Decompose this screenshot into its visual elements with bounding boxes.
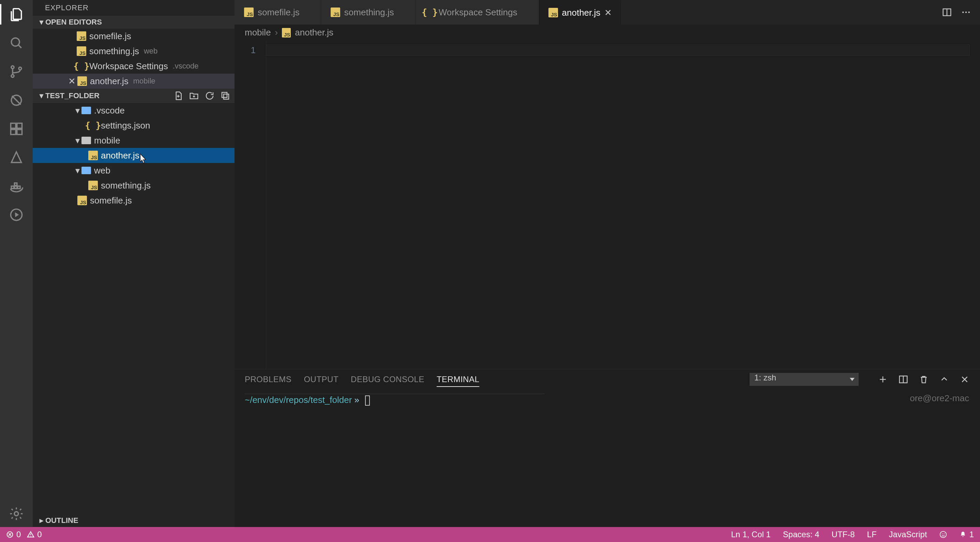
json-icon: { } bbox=[425, 8, 434, 17]
panel-tab-problems[interactable]: PROBLEMS bbox=[245, 375, 291, 384]
svg-rect-11 bbox=[11, 186, 14, 189]
open-editor-item[interactable]: ✕ JS another.js mobile bbox=[33, 74, 234, 89]
svg-point-4 bbox=[19, 67, 21, 70]
js-icon: JS bbox=[88, 151, 98, 160]
svg-point-21 bbox=[962, 11, 964, 13]
svg-line-6 bbox=[12, 96, 21, 105]
chevron-down-icon: ▾ bbox=[40, 91, 43, 100]
status-eol[interactable]: LF bbox=[867, 530, 877, 539]
new-terminal-icon[interactable] bbox=[878, 374, 888, 385]
tree-file[interactable]: JS something.js bbox=[33, 178, 234, 193]
status-notifications[interactable]: 1 bbox=[959, 530, 974, 539]
line-number: 1 bbox=[234, 45, 256, 56]
activity-settings[interactable] bbox=[6, 507, 27, 527]
new-file-icon[interactable] bbox=[173, 91, 183, 101]
activity-search[interactable] bbox=[6, 33, 27, 53]
project-label: TEST_FOLDER bbox=[45, 91, 100, 100]
code-content[interactable] bbox=[266, 41, 980, 369]
svg-rect-7 bbox=[11, 123, 16, 129]
close-icon[interactable]: ✕ bbox=[605, 8, 612, 18]
breadcrumb[interactable]: mobile › JS another.js bbox=[234, 25, 980, 41]
activity-live-share[interactable] bbox=[6, 205, 27, 225]
tree-file[interactable]: JS somefile.js bbox=[33, 193, 234, 208]
editor-tab[interactable]: JS another.js ✕ bbox=[539, 0, 622, 25]
close-icon[interactable]: ✕ bbox=[522, 7, 529, 18]
terminal-selector[interactable]: 1: zsh bbox=[749, 373, 859, 386]
code-editor[interactable]: 1 bbox=[234, 41, 980, 369]
js-icon: JS bbox=[77, 76, 87, 86]
tab-label: somefile.js bbox=[258, 7, 300, 18]
status-warnings[interactable]: 0 bbox=[27, 530, 41, 539]
close-icon[interactable]: ✕ bbox=[398, 7, 406, 18]
activity-explorer[interactable] bbox=[6, 4, 27, 25]
breadcrumb-segment[interactable]: another.js bbox=[295, 27, 333, 38]
chevron-right-icon: › bbox=[275, 27, 278, 38]
tree-file[interactable]: { } settings.json bbox=[33, 118, 234, 133]
svg-point-3 bbox=[11, 75, 14, 77]
close-panel-icon[interactable] bbox=[959, 374, 970, 385]
svg-rect-10 bbox=[17, 130, 22, 135]
close-icon[interactable]: ✕ bbox=[67, 76, 77, 87]
tree-label: mobile bbox=[94, 135, 120, 146]
panel-tab-terminal[interactable]: TERMINAL bbox=[437, 375, 479, 384]
svg-rect-9 bbox=[11, 130, 16, 135]
tree-folder[interactable]: ▾ mobile bbox=[33, 133, 234, 148]
editor-tab[interactable]: JS somefile.js ✕ bbox=[234, 0, 321, 25]
open-editors-list: JS somefile.js JS something.js web { } W… bbox=[33, 29, 234, 89]
terminal-body[interactable]: ~/env/dev/repos/test_folder » ore@ore2-m… bbox=[234, 389, 980, 527]
collapse-all-icon[interactable] bbox=[220, 91, 231, 101]
activity-source-control[interactable] bbox=[6, 61, 27, 82]
open-editors-header[interactable]: ▾ OPEN EDITORS bbox=[33, 16, 234, 29]
activity-extensions[interactable] bbox=[6, 119, 27, 139]
split-terminal-icon[interactable] bbox=[898, 374, 908, 385]
js-icon: JS bbox=[282, 28, 291, 38]
activity-docker[interactable] bbox=[6, 176, 27, 196]
status-encoding[interactable]: UTF-8 bbox=[832, 530, 855, 539]
svg-point-16 bbox=[14, 512, 18, 516]
outline-header[interactable]: ▸ OUTLINE bbox=[33, 514, 234, 527]
split-editor-icon[interactable] bbox=[942, 7, 952, 17]
error-icon bbox=[6, 531, 14, 538]
tree-label: somefile.js bbox=[90, 196, 132, 206]
open-editor-item[interactable]: { } Workspace Settings .vscode bbox=[33, 59, 234, 74]
more-icon[interactable] bbox=[961, 7, 971, 17]
chevron-down-icon: ▾ bbox=[74, 165, 81, 176]
svg-point-0 bbox=[11, 38, 19, 46]
editor-tab[interactable]: JS something.js ✕ bbox=[321, 0, 415, 25]
close-icon[interactable]: ✕ bbox=[304, 7, 311, 18]
tree-folder[interactable]: ▾ web bbox=[33, 163, 234, 178]
status-spaces[interactable]: Spaces: 4 bbox=[783, 530, 819, 539]
breadcrumb-segment[interactable]: mobile bbox=[245, 27, 271, 38]
live-share-icon bbox=[9, 207, 24, 222]
js-icon: JS bbox=[77, 46, 86, 56]
project-header[interactable]: ▾ TEST_FOLDER bbox=[33, 89, 234, 103]
status-language[interactable]: JavaScript bbox=[889, 530, 927, 539]
tree-folder[interactable]: ▾ .vscode bbox=[33, 103, 234, 118]
panel-tab-output[interactable]: OUTPUT bbox=[304, 375, 339, 384]
editor-tab[interactable]: { } Workspace Settings ✕ bbox=[415, 0, 539, 25]
js-icon: JS bbox=[77, 31, 86, 41]
status-feedback[interactable] bbox=[939, 531, 947, 538]
open-editor-label: somefile.js bbox=[89, 31, 131, 41]
maximize-panel-icon[interactable] bbox=[939, 374, 949, 385]
tree-file[interactable]: JS another.js bbox=[33, 148, 234, 163]
outline-label: OUTLINE bbox=[45, 516, 78, 525]
refresh-icon[interactable] bbox=[205, 91, 215, 101]
open-editor-item[interactable]: JS somefile.js bbox=[33, 29, 234, 44]
status-notification-count: 1 bbox=[969, 530, 974, 539]
panel-tab-debug-console[interactable]: DEBUG CONSOLE bbox=[351, 375, 425, 384]
status-errors[interactable]: 0 bbox=[6, 530, 21, 539]
activity-azure[interactable] bbox=[6, 147, 27, 168]
activity-debug[interactable] bbox=[6, 90, 27, 110]
extensions-icon bbox=[9, 121, 24, 136]
tab-label: another.js bbox=[562, 8, 601, 18]
new-folder-icon[interactable] bbox=[189, 91, 199, 101]
status-line-col[interactable]: Ln 1, Col 1 bbox=[731, 530, 771, 539]
kill-terminal-icon[interactable] bbox=[919, 374, 929, 385]
bottom-panel: PROBLEMS OUTPUT DEBUG CONSOLE TERMINAL 1… bbox=[234, 369, 980, 527]
svg-rect-8 bbox=[17, 123, 22, 129]
docker-icon bbox=[9, 179, 24, 194]
activity-bar bbox=[0, 0, 33, 527]
open-editor-item[interactable]: JS something.js web bbox=[33, 44, 234, 59]
git-branch-icon bbox=[9, 64, 24, 79]
